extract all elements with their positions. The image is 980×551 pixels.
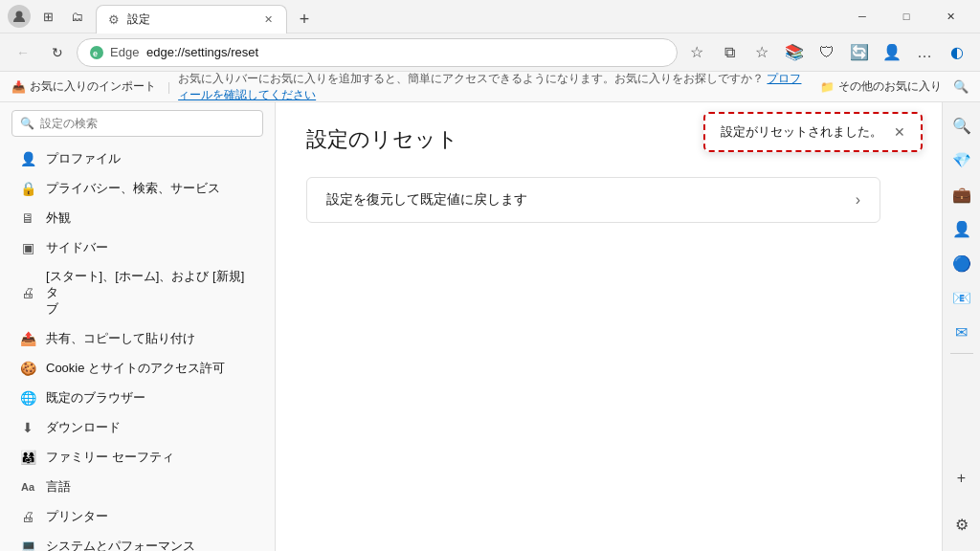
restore-defaults-item[interactable]: 設定を復元して既定値に戻します › bbox=[306, 177, 880, 223]
family-icon: 👨‍👩‍👧 bbox=[19, 449, 36, 466]
browser-label: 既定のブラウザー bbox=[46, 389, 145, 407]
back-button[interactable]: ← bbox=[8, 37, 38, 68]
main-layout: 🔍 👤 プロファイル 🔒 プライバシー、検索、サービス 🖥 外観 ▣ サイドバー… bbox=[0, 102, 980, 551]
favorites-button[interactable]: ☆ bbox=[746, 37, 777, 68]
settings-sidebar: 🔍 👤 プロファイル 🔒 プライバシー、検索、サービス 🖥 外観 ▣ サイドバー… bbox=[0, 102, 276, 551]
new-tab-button[interactable]: + bbox=[291, 7, 318, 33]
window-controls: ─ □ ✕ bbox=[840, 0, 972, 33]
address-bar[interactable]: e Edge edge://settings/reset bbox=[77, 38, 678, 67]
svg-point-0 bbox=[16, 11, 23, 18]
chevron-right-icon: › bbox=[856, 191, 860, 209]
share-label: 共有、コピーして貼り付け bbox=[46, 330, 195, 347]
sidebar-item-appearance[interactable]: 🖥 外観 bbox=[4, 204, 271, 232]
right-outlook-button[interactable]: 📧 bbox=[947, 282, 977, 313]
downloads-label: ダウンロード bbox=[46, 419, 121, 436]
sidebar-item-browser[interactable]: 🌐 既定のブラウザー bbox=[4, 384, 271, 412]
folder-label: その他のお気に入り bbox=[838, 78, 942, 95]
tab-title: 設定 bbox=[127, 11, 254, 28]
restore-defaults-label: 設定を復元して既定値に戻します bbox=[326, 191, 527, 209]
appearance-icon: 🖥 bbox=[19, 209, 36, 227]
cookies-label: Cookie とサイトのアクセス許可 bbox=[46, 360, 225, 377]
right-add-button[interactable]: + bbox=[947, 463, 977, 494]
address-url: edge://settings/reset bbox=[146, 45, 258, 59]
sidebar-item-newtab[interactable]: 🖨 [スタート]、[ホーム]、および [新規] タブ bbox=[4, 263, 271, 323]
languages-label: 言語 bbox=[46, 478, 71, 496]
refresh-button[interactable]: ↻ bbox=[42, 37, 73, 68]
tab-close-button[interactable]: ✕ bbox=[259, 11, 277, 28]
sidebar-item-languages[interactable]: Aa 言語 bbox=[4, 473, 271, 501]
family-label: ファミリー セーフティ bbox=[46, 449, 174, 466]
toast-notification: 設定がリセットされました。 ✕ bbox=[703, 112, 923, 152]
cookies-icon: 🍪 bbox=[19, 360, 36, 377]
printers-label: プリンター bbox=[46, 508, 108, 525]
fav-info-text: お気に入りバーにお気に入りを追加すると、簡単にアクセスできるようになります。お気… bbox=[178, 71, 813, 103]
sidebar-item-profile[interactable]: 👤 プロファイル bbox=[4, 144, 271, 173]
share-icon: 📤 bbox=[19, 330, 36, 347]
sidebar-item-cookies[interactable]: 🍪 Cookie とサイトのアクセス許可 bbox=[4, 354, 271, 383]
minimize-button[interactable]: ─ bbox=[840, 0, 884, 33]
toast-message: 設定がリセットされました。 bbox=[721, 123, 882, 141]
right-edge-button[interactable]: 🔵 bbox=[947, 248, 977, 278]
toast-close-button[interactable]: ✕ bbox=[894, 124, 905, 140]
privacy-icon: 🔒 bbox=[19, 180, 36, 197]
favorites-bar: 📥 お気に入りのインポート | お気に入りバーにお気に入りを追加すると、簡単にア… bbox=[0, 72, 980, 102]
sidebar-item-downloads[interactable]: ⬇ ダウンロード bbox=[4, 413, 271, 442]
right-briefcase-button[interactable]: 💼 bbox=[947, 179, 977, 209]
newtab-icon: 🖨 bbox=[19, 284, 36, 301]
address-label: Edge edge://settings/reset bbox=[110, 45, 665, 59]
printers-icon: 🖨 bbox=[19, 508, 36, 525]
profile-icon: 👤 bbox=[19, 150, 36, 167]
title-bar-left: ⊞ 🗂 bbox=[8, 5, 88, 28]
close-button[interactable]: ✕ bbox=[928, 0, 972, 33]
title-bar: ⊞ 🗂 ⚙ 設定 ✕ + ─ □ ✕ bbox=[0, 0, 980, 33]
newtab-label: [スタート]、[ホーム]、および [新規] タブ bbox=[46, 269, 256, 318]
essentials-button[interactable]: 🛡 bbox=[812, 37, 842, 68]
favorites-btn[interactable]: 🗂 bbox=[65, 5, 88, 28]
right-user-button[interactable]: 👤 bbox=[947, 213, 977, 244]
search-fav-button[interactable]: 🔍 bbox=[949, 76, 972, 99]
right-msg-button[interactable]: ✉ bbox=[947, 317, 977, 347]
collections-btn[interactable]: ⊞ bbox=[36, 5, 59, 28]
right-sidebar-divider bbox=[950, 353, 973, 354]
account-button[interactable]: 👤 bbox=[877, 37, 907, 68]
svg-text:e: e bbox=[93, 49, 98, 58]
active-tab[interactable]: ⚙ 設定 ✕ bbox=[96, 5, 287, 33]
fav-separator: | bbox=[167, 80, 170, 94]
right-search-button[interactable]: 🔍 bbox=[947, 110, 977, 141]
import-icon: 📥 bbox=[11, 80, 26, 94]
sidebar-item-sidebar[interactable]: ▣ サイドバー bbox=[4, 233, 271, 262]
sidebar-item-share[interactable]: 📤 共有、コピーして貼り付け bbox=[4, 324, 271, 353]
system-icon: 💻 bbox=[19, 538, 36, 551]
more-button[interactable]: … bbox=[909, 37, 940, 68]
settings-search-box[interactable]: 🔍 bbox=[11, 110, 263, 137]
languages-icon: Aa bbox=[19, 478, 36, 496]
sidebar-item-family[interactable]: 👨‍👩‍👧 ファミリー セーフティ bbox=[4, 443, 271, 472]
sidebar-item-printers[interactable]: 🖨 プリンター bbox=[4, 502, 271, 531]
downloads-icon: ⬇ bbox=[19, 419, 36, 436]
appearance-label: 外観 bbox=[46, 209, 71, 227]
sidebar-icon: ▣ bbox=[19, 239, 36, 256]
privacy-label: プライバシー、検索、サービス bbox=[46, 180, 220, 197]
star-button[interactable]: ☆ bbox=[681, 37, 712, 68]
split-button[interactable]: ⧉ bbox=[714, 37, 745, 68]
content-area: 設定のリセット 設定を復元して既定値に戻します › 設定がリセットされました。 … bbox=[276, 102, 942, 551]
sidebar-item-system[interactable]: 💻 システムとパフォーマンス bbox=[4, 532, 271, 551]
collections-nav-button[interactable]: 📚 bbox=[779, 37, 810, 68]
edge-label: Edge bbox=[110, 45, 139, 59]
tab-bar: ⚙ 設定 ✕ + bbox=[88, 0, 840, 33]
settings-search-input[interactable] bbox=[40, 117, 255, 130]
import-favorites-button[interactable]: 📥 お気に入りのインポート bbox=[8, 77, 160, 97]
folder-icon: 📁 bbox=[820, 80, 835, 94]
sidebar-label: サイドバー bbox=[46, 239, 108, 256]
edge-sidebar-button[interactable]: ◐ bbox=[942, 37, 972, 68]
maximize-button[interactable]: □ bbox=[884, 0, 928, 33]
sidebar-item-privacy[interactable]: 🔒 プライバシー、検索、サービス bbox=[4, 174, 271, 203]
browser-icon: 🌐 bbox=[19, 389, 36, 407]
right-settings-button[interactable]: ⚙ bbox=[947, 509, 977, 540]
import-label: お気に入りのインポート bbox=[30, 78, 156, 95]
profile-avatar[interactable] bbox=[8, 5, 31, 28]
right-gems-button[interactable]: 💎 bbox=[947, 144, 977, 175]
nav-right-icons: ☆ ⧉ ☆ 📚 🛡 🔄 👤 … ◐ bbox=[681, 37, 972, 68]
sync-button[interactable]: 🔄 bbox=[844, 37, 875, 68]
fav-info-content: お気に入りバーにお気に入りを追加すると、簡単にアクセスできるようになります。お気… bbox=[178, 72, 764, 85]
